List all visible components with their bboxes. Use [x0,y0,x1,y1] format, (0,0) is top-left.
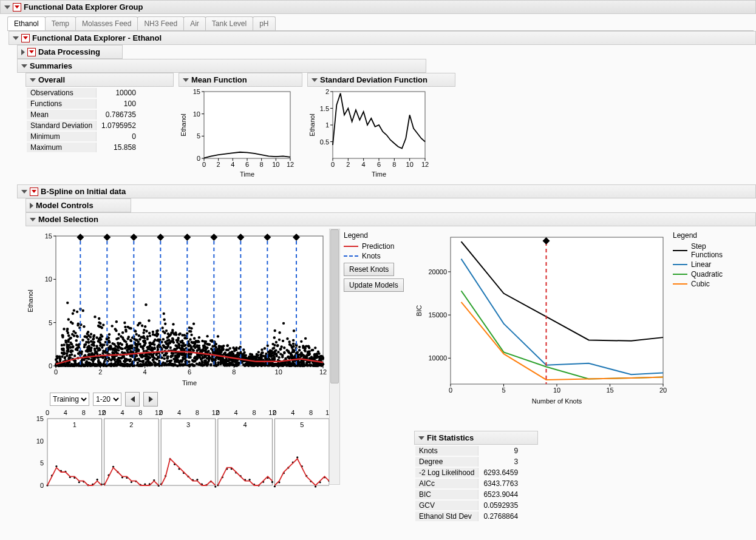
svg-point-2182 [169,355,172,357]
svg-point-591 [198,336,200,339]
overall-stats-table: Observations10000Functions100Mean0.78673… [26,87,141,154]
svg-point-2146 [144,342,146,344]
disclose-icon[interactable] [30,203,33,209]
svg-point-1174 [176,354,179,356]
svg-point-1673 [135,349,138,352]
model-selection-header[interactable]: Model Selection [26,212,756,226]
svg-text:10: 10 [193,110,200,118]
svg-point-1644 [229,358,231,360]
svg-point-2195 [273,346,275,349]
svg-point-1639 [155,353,158,355]
vertical-scrollbar[interactable] [329,229,340,485]
disclose-icon[interactable] [183,78,189,82]
tab-air[interactable]: Air [183,16,206,30]
disclose-icon[interactable] [30,78,36,82]
svg-point-2131 [306,364,308,366]
svg-point-1784 [84,362,87,364]
tab-tank-level[interactable]: Tank Level [205,16,253,30]
summaries-header[interactable]: Summaries [17,59,426,73]
tab-ph[interactable]: pH [253,16,275,30]
tab-nh3-feed[interactable]: NH3 Feed [137,16,184,30]
bspline-header[interactable]: B-Spline on Initial data [17,184,756,198]
disclose-icon[interactable] [21,49,25,55]
svg-text:8: 8 [82,409,86,416]
svg-point-2129 [273,350,276,353]
model-controls-header[interactable]: Model Controls [26,198,131,212]
hotspot-icon[interactable] [30,187,38,196]
svg-point-2056 [61,334,64,336]
svg-point-2216 [206,363,209,365]
svg-text:4: 4 [291,409,295,416]
svg-point-2160 [83,336,86,338]
svg-point-2219 [109,348,111,350]
svg-point-1229 [226,345,228,347]
svg-point-2203 [125,346,128,348]
svg-point-1477 [126,351,129,353]
mean-fn-title: Mean Function [191,75,247,84]
legend-item: Knots [344,252,410,260]
svg-rect-0 [204,92,290,158]
hotspot-icon[interactable] [13,3,21,12]
subset-select[interactable]: Training [50,393,89,406]
svg-point-2048 [302,365,305,367]
svg-point-1805 [182,357,185,359]
svg-point-1569 [293,351,295,353]
svg-point-1916 [61,344,63,346]
svg-point-2186 [224,362,226,365]
svg-point-2059 [211,340,213,343]
disclose-icon[interactable] [30,218,36,221]
svg-point-774 [143,329,145,331]
next-button[interactable] [143,392,158,407]
fit-stats-header[interactable]: Fit Statistics [414,431,538,445]
legend-title: Legend [673,231,740,240]
svg-point-1829 [66,347,69,349]
disclose-icon[interactable] [4,5,10,9]
hotspot-icon[interactable] [21,34,30,42]
svg-point-1263 [129,360,131,362]
hotspot-icon[interactable] [27,48,36,56]
svg-point-2038 [55,359,57,361]
svg-point-1308 [137,343,140,345]
svg-point-854 [83,346,86,348]
svg-text:5: 5 [502,386,505,394]
mean-function-chart[interactable]: 024681012051015TimeEthanol [179,87,294,178]
disclose-icon[interactable] [21,190,27,194]
mean-fn-header[interactable]: Mean Function [179,73,302,87]
update-models-button[interactable]: Update Models [344,278,404,292]
tab-molasses-feed[interactable]: Molasses Feed [75,16,138,30]
legend-label: Quadratic [691,270,723,278]
data-processing-header[interactable]: Data Processing [17,45,123,59]
svg-point-1316 [146,336,149,338]
sd-function-chart[interactable]: 0246810120.511.52TimeEthanol [307,87,429,178]
scrollbar-thumb[interactable] [330,229,339,383]
svg-point-2215 [182,363,184,366]
svg-point-2149 [98,361,101,363]
svg-point-1091 [288,340,290,343]
tab-temp[interactable]: Temp [45,16,76,30]
disclose-icon[interactable] [13,36,19,40]
disclose-icon[interactable] [21,64,27,68]
svg-point-2132 [320,355,322,357]
legend-title: Legend [344,231,410,240]
disclose-icon[interactable] [418,436,424,440]
tab-ethanol[interactable]: Ethanol [7,16,46,30]
model-selection-chart[interactable]: 024681012051015TimeEthanol [26,229,329,386]
model-controls-title: Model Controls [36,201,94,210]
range-select[interactable]: 1-20 [93,393,121,406]
svg-point-2045 [220,362,222,364]
svg-point-520 [134,330,137,332]
bic-chart[interactable]: 05101520100001500020000Number of KnotsBI… [414,229,669,405]
svg-point-1691 [70,353,73,356]
svg-point-2066 [206,335,208,337]
disclose-icon[interactable] [312,78,318,82]
svg-text:Ethanol: Ethanol [180,113,187,136]
stat-label: AICc [415,479,478,488]
svg-text:0: 0 [159,409,163,416]
reset-knots-button[interactable]: Reset Knots [344,263,394,276]
explorer-header[interactable]: Functional Data Explorer - Ethanol [9,31,756,45]
group-header[interactable]: Functional Data Explorer Group [0,0,756,14]
prev-button[interactable] [125,392,140,407]
overall-header[interactable]: Overall [26,73,174,87]
small-multiples[interactable]: 051015048121048122048123048124048125 [26,407,329,491]
sd-fn-header[interactable]: Standard Deviation Function [307,73,455,87]
